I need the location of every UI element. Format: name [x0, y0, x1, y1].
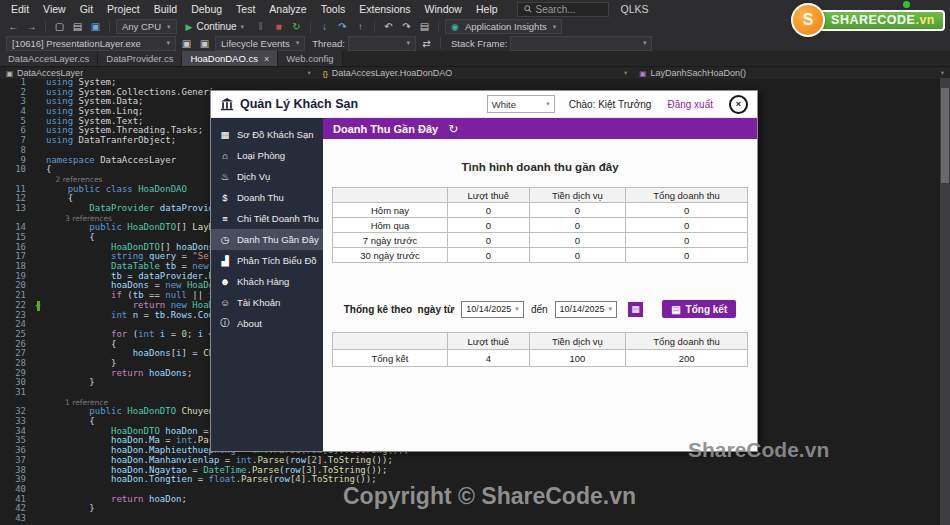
nav-forward-icon[interactable]: → [24, 21, 39, 32]
tab-dataprovider.cs[interactable]: DataProvider.cs [98, 51, 182, 66]
code-text: int n = tb.Rows.Count; [46, 311, 230, 321]
tab-hoadondao.cs[interactable]: HoaDonDAO.cs× [182, 51, 278, 66]
chevron-down-icon: ▾ [166, 39, 170, 47]
menu-project[interactable]: Project [100, 3, 147, 15]
menu-extensions[interactable]: Extensions [352, 3, 417, 15]
menu-help[interactable]: Help [469, 3, 505, 15]
sidebar-item-label: Phân Tích Biểu Đồ [237, 255, 317, 266]
open-file-icon[interactable]: ▤ [70, 21, 85, 32]
summary-button[interactable]: ▤ Tổng kết [662, 300, 736, 318]
sidebar-item[interactable]: ⌂Loại Phòng [211, 145, 323, 166]
tab-dataacceslayer.cs[interactable]: DataAccesLayer.cs [0, 51, 98, 66]
redo-icon[interactable]: ↷ [399, 21, 414, 32]
configuration-dropdown[interactable]: Any CPU ▾ [116, 19, 177, 34]
sidebar-item[interactable]: ♨Dịch Vụ [211, 166, 323, 187]
sidebar-item-label: About [237, 318, 262, 329]
document-tabbar: DataAccesLayer.csDataProvider.csHoaDonDA… [0, 51, 950, 66]
process-dropdown[interactable]: [10616] PresentationLayer.exe ▾ [6, 36, 176, 51]
column-header: Tổng doanh thu [626, 333, 748, 350]
return-margin-icon: ↩ [30, 301, 46, 311]
refresh-icon[interactable]: ↻ [448, 122, 458, 136]
table-row: 30 ngày trước000 [333, 248, 748, 263]
cell: 0 [626, 248, 748, 263]
app-main: Doanh Thu Gần Đây ↻ Tình hình doanh thu … [323, 118, 757, 451]
menu-window[interactable]: Window [418, 3, 469, 15]
new-file-icon[interactable]: ▢ [52, 21, 67, 32]
chevron-down-icon: ▾ [941, 69, 944, 77]
logout-link[interactable]: Đăng xuất [667, 99, 713, 110]
menu-git[interactable]: Git [73, 3, 100, 15]
sidebar-item-label: Sơ Đồ Khách Sạn [237, 129, 313, 140]
sidebar-item-label: Danh Thu Gần Đây [237, 234, 319, 245]
lifecycle-events-button[interactable]: Lifecycle Events ▾ [215, 36, 305, 51]
process-icon[interactable]: ▣ [197, 38, 212, 49]
date-from-picker[interactable]: 10/14/2025 ▾ [461, 301, 524, 318]
app-titlebar[interactable]: Quản Lý Khách Sạn White ▾ Chào: Kiệt Trư… [211, 91, 757, 118]
row-header: Hôm nay [333, 203, 448, 218]
nav-back-icon[interactable]: ← [6, 21, 21, 32]
code-line[interactable]: 43 [0, 514, 940, 524]
sidebar-item[interactable]: ▟Phân Tích Biểu Đồ [211, 250, 323, 271]
toolbar-separator [374, 21, 375, 33]
cell: 0 [626, 203, 748, 218]
menu-tools[interactable]: Tools [314, 3, 353, 15]
toolbar-separator [310, 21, 311, 33]
calendar-button[interactable]: ▦ [628, 302, 643, 317]
chevron-down-icon: ▾ [643, 39, 647, 47]
save-icon[interactable]: ▣ [88, 21, 103, 32]
menu-test[interactable]: Test [229, 3, 262, 15]
tab-close-icon[interactable]: × [264, 54, 269, 64]
menu-view[interactable]: View [36, 3, 73, 15]
search-placeholder: Search... [536, 4, 576, 15]
thread-switch-icon[interactable]: ⇄ [419, 38, 434, 49]
menu-edit[interactable]: Edit [4, 3, 36, 15]
date-to-picker[interactable]: 10/14/2025 ▾ [555, 301, 618, 318]
sharecode-logo-banner: SHARECODE .vn [819, 10, 945, 31]
pause-icon[interactable]: ‖ [253, 21, 268, 32]
calendar-icon: ▦ [631, 304, 640, 314]
sidebar-item[interactable]: $Doanh Thu [211, 187, 323, 208]
sidebar-item[interactable]: ◷Danh Thu Gần Đây [211, 229, 323, 250]
undo-icon[interactable]: ↶ [381, 21, 396, 32]
search-box[interactable]: Search... [517, 2, 609, 17]
thread-dropdown[interactable]: ▾ [348, 36, 416, 51]
sidebar-item[interactable]: ⓘAbout [211, 313, 323, 334]
menu-build[interactable]: Build [147, 3, 184, 15]
cell: 0 [448, 203, 530, 218]
close-icon: × [736, 99, 741, 109]
step-into-icon[interactable]: ↓ [317, 21, 332, 32]
step-out-icon[interactable]: ↑ [353, 21, 368, 32]
sidebar-item[interactable]: ≡Chi Tiết Doanh Thu [211, 208, 323, 229]
stop-icon[interactable]: ■ [271, 21, 286, 32]
chevron-down-icon: ▾ [406, 39, 410, 47]
close-button[interactable]: × [729, 95, 748, 114]
continue-button[interactable]: ▶ Continue ▾ [180, 19, 250, 34]
sidebar-item[interactable]: ☺Tài Khoản [211, 292, 323, 313]
tab-web.config[interactable]: Web.config [278, 51, 342, 66]
tab-label: DataAccesLayer.cs [8, 53, 89, 64]
chevron-down-icon: ▾ [515, 305, 519, 313]
sidebar-item[interactable]: ▦Sơ Đồ Khách Sạn [211, 124, 323, 145]
restart-icon[interactable]: ↻ [289, 21, 304, 32]
chevron-down-icon: ▾ [307, 69, 310, 77]
column-header: Lượt thuê [448, 188, 530, 203]
editor-scrollbar[interactable] [940, 78, 950, 525]
sidebar-item-label: Tài Khoản [237, 297, 280, 308]
tool-icon[interactable]: ▤ [417, 21, 432, 32]
sidebar-item-label: Khách Hàng [237, 276, 289, 287]
menu-analyze[interactable]: Analyze [262, 3, 313, 15]
theme-select[interactable]: White ▾ [487, 95, 555, 113]
step-over-icon[interactable]: ↷ [335, 21, 350, 32]
application-insights-dropdown[interactable]: ◉ Application Insights ▾ [445, 19, 562, 34]
toolbar-separator [45, 21, 46, 33]
menu-debug[interactable]: Debug [184, 3, 229, 15]
stack-frame-dropdown[interactable]: ▾ [510, 36, 652, 51]
customers-icon: ☻ [219, 276, 231, 287]
process-value: [10616] PresentationLayer.exe [12, 38, 160, 49]
scrollbar-thumb[interactable] [941, 88, 949, 183]
to-label: đến [531, 304, 548, 315]
process-icon[interactable]: ▣ [179, 38, 194, 49]
cell: 100 [529, 350, 626, 367]
stats-label: Thống kê theo ngày từ [344, 304, 455, 315]
sidebar-item[interactable]: ☻Khách Hàng [211, 271, 323, 292]
